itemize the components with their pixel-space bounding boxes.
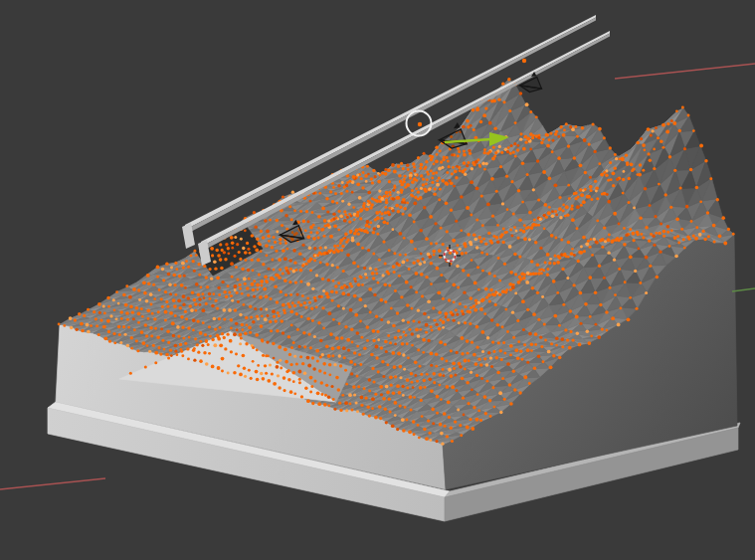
camera-icon[interactable]	[440, 122, 468, 148]
camera-icon[interactable]	[280, 220, 303, 243]
selected-vertex-dot[interactable]	[522, 59, 526, 63]
camera-up-triangle	[454, 122, 461, 128]
y-axis-line	[732, 288, 755, 291]
3d-cursor	[439, 245, 461, 267]
rail-beam-near[interactable]	[201, 31, 610, 252]
rail-beam-far[interactable]	[185, 15, 596, 235]
x-axis-line-right	[615, 64, 755, 79]
rail-top-face	[201, 31, 610, 247]
x-axis-line-left	[0, 478, 105, 489]
3d-viewport[interactable]	[0, 0, 755, 560]
rail-side-face	[201, 34, 610, 253]
gizmo-arrow-head[interactable]	[489, 132, 509, 146]
viewport-overlay	[0, 0, 755, 560]
selected-vertex-dot[interactable]	[418, 122, 422, 126]
camera-up-triangle	[292, 220, 298, 225]
rail-side-face	[185, 18, 596, 236]
rail-top-face	[185, 15, 596, 230]
